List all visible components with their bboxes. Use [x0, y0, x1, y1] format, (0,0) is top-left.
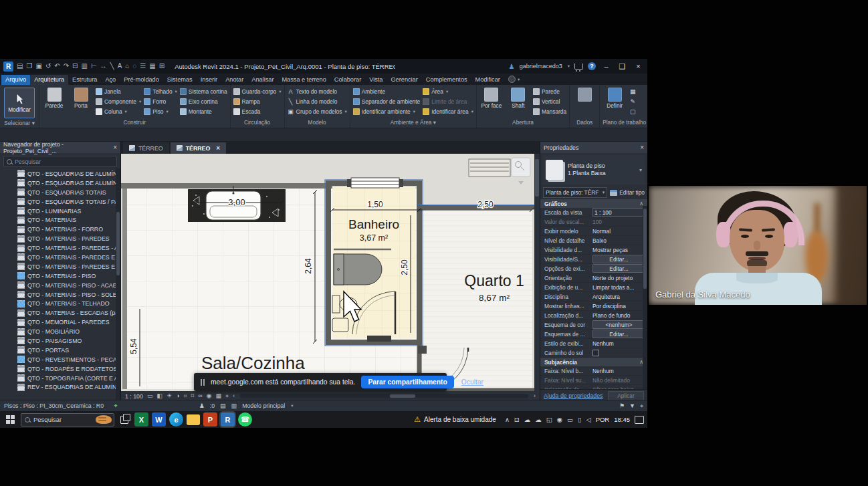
property-row-disciplina[interactable]: DisciplinaArquitetura — [540, 292, 647, 301]
ribbon-button-ambiente[interactable]: Ambiente — [353, 86, 421, 96]
design-options-icon[interactable]: ▥ — [231, 403, 237, 409]
filter-icon[interactable]: ▼ — [629, 403, 635, 409]
menu-tab-vista[interactable]: Vista — [365, 75, 387, 85]
stop-sharing-button[interactable]: Parar compartilhamento — [361, 376, 453, 388]
room-label-banheiro[interactable]: Banheiro — [348, 217, 399, 231]
worksharing-display-icon[interactable]: ▦ — [215, 393, 221, 399]
ribbon-button-separador-de-ambiente[interactable]: Separador de ambiente — [353, 96, 421, 106]
temporary-hide-icon[interactable]: ∞ — [198, 393, 202, 399]
menu-tab-anotar[interactable]: Anotar — [221, 75, 247, 85]
properties-section-subjac-ncia[interactable]: Subjacência∧ — [540, 358, 647, 366]
ribbon-button-componente[interactable]: Componente▾ — [96, 96, 141, 106]
edit-type-button[interactable]: Editar tipo — [610, 189, 645, 196]
drawing-canvas[interactable]: 3,00 1,50 2,50 2,64 2,50 5,54 Banheiro 3… — [121, 154, 540, 391]
ribbon-button-mansarda[interactable]: Mansarda — [533, 106, 566, 116]
property-row-estilo-de-exibi[interactable]: Estilo de exibi...Nenhum — [540, 339, 647, 348]
taskbar-app-word[interactable]: W — [152, 412, 166, 427]
export-icon[interactable]: ▥ — [81, 63, 87, 70]
menu-tab-inserir[interactable]: Inserir — [197, 75, 222, 85]
panel-label-selecionar[interactable]: Selecionar ▾ — [0, 120, 39, 128]
ribbon-button-vertical[interactable]: Vertical — [533, 96, 566, 106]
help-icon[interactable]: ? — [588, 62, 596, 70]
property-edit-button[interactable]: Editar... — [592, 255, 645, 263]
worksets-dialog-icon[interactable]: ▤ — [220, 403, 226, 409]
browser-item-qto-portas[interactable]: QTO - PORTAS — [17, 346, 120, 355]
ribbon-button-identificar-ambiente[interactable]: Identificar ambiente▾ — [353, 106, 421, 116]
browser-item-qto-materiais[interactable]: QTO - MATERIAIS — [17, 215, 120, 225]
editable-only-icon[interactable]: ⚑ — [619, 403, 625, 409]
banheiro-window[interactable] — [347, 178, 403, 188]
teams-icon[interactable]: ⊡ — [514, 416, 520, 423]
volume-icon[interactable]: ◁ — [586, 416, 590, 423]
show-crop-icon[interactable]: ⌑ — [191, 393, 195, 399]
schedules-icon[interactable]: ▦ — [149, 63, 155, 70]
sync-with-central-icon[interactable]: ↺ — [45, 63, 51, 70]
ribbon-button-identificar-rea[interactable]: Identificar área▾ — [423, 106, 473, 116]
select-icon[interactable]: ⌖ — [640, 403, 643, 409]
property-row-faixa-n-vel-su[interactable]: Faixa: Nível su...Não delimitado — [540, 376, 647, 385]
render-icon[interactable]: ◌ — [132, 63, 136, 70]
ribbon-button-montante[interactable]: Montante — [180, 106, 227, 116]
taskbar-app-revit[interactable]: R — [221, 412, 235, 427]
browser-item-qto-revestimentos-pecas[interactable]: QTO - REVESTIMENTOS - PECAS — [17, 355, 120, 364]
ribbon-button-data-grid-icon[interactable] — [572, 86, 596, 119]
property-row-visibilidade-d[interactable]: Visibilidade d...Mostrar peças — [540, 245, 647, 255]
reveal-hidden-icon[interactable]: ◉ — [207, 393, 212, 399]
menu-tab-pr-moldado[interactable]: Pré-moldado — [120, 75, 163, 85]
view-tab-t-rreo-1[interactable]: TÉRREO× — [171, 142, 227, 154]
menu-tab-gerenciar[interactable]: Gerenciar — [387, 75, 421, 85]
ribbon-button-rampa[interactable]: Rampa — [233, 96, 282, 106]
aligned-dimension-icon[interactable]: ↔ — [100, 63, 107, 70]
weather-cloud-icon[interactable]: ☁ — [535, 416, 542, 423]
property-edit-button[interactable]: Editar... — [592, 264, 645, 273]
shadows-icon[interactable]: ◑ — [176, 393, 179, 399]
ribbon-button-viewer-icon[interactable]: ▢ — [629, 106, 636, 116]
properties-close-icon[interactable]: × — [640, 144, 644, 151]
restore-button[interactable]: ❑ — [617, 62, 628, 71]
browser-item-qto-materiais-paredes[interactable]: QTO - MATERIAIS - PAREDES — [17, 234, 120, 243]
dim-banheiro-height[interactable]: 2,50 — [400, 259, 409, 275]
modify-button[interactable]: Modificar — [4, 88, 35, 118]
browser-item-qto-paisagismo[interactable]: QTO - PAISAGISMO — [17, 336, 120, 346]
view-tab-t-rreo-0[interactable]: TÉRREO — [123, 142, 169, 154]
language-indicator[interactable]: POR — [596, 416, 610, 423]
scroll-right-icon[interactable]: › — [534, 393, 536, 399]
properties-help-link[interactable]: Ajuda de propriedades — [544, 392, 603, 399]
browser-item-qto-topografia-corte-e-ate[interactable]: QTO - TOPOGRAFIA (CORTE E ATE — [17, 374, 120, 383]
store-cart-icon[interactable] — [574, 64, 583, 70]
menu-tab-sistemas[interactable]: Sistemas — [163, 75, 197, 85]
active-design-option[interactable]: Modelo principal — [242, 402, 285, 409]
ribbon-button-forro[interactable]: Forro — [144, 96, 177, 106]
detail-line-icon[interactable]: ╲ — [110, 63, 114, 70]
browser-item-qto-materiais-paredes-e-pis[interactable]: QTO - MATERIAIS - PAREDES E PIS — [17, 253, 120, 262]
menu-tab-massa-e-terreno[interactable]: Massa e terreno — [278, 75, 330, 85]
browser-item-qto-materias-escadas-pa[interactable]: QTO - MATERIAS - ESCADAS (pa — [17, 308, 120, 318]
scroll-left-icon[interactable]: ‹ — [233, 393, 235, 399]
undo-icon[interactable]: ↶ — [54, 63, 60, 70]
taskbar-search-input[interactable]: Pesquisar — [21, 413, 114, 427]
ribbon-button-linha-do-modelo[interactable]: ╲Linha do modelo — [288, 96, 347, 106]
menu-tab-complementos[interactable]: Complementos — [422, 75, 471, 85]
property-row-exibir-modelo[interactable]: Exibir modeloNormal — [540, 227, 647, 236]
dim-sala-height[interactable]: 5,54 — [129, 338, 138, 354]
ribbon-button-show-work-plane-icon[interactable]: ▦ — [629, 86, 636, 96]
property-value-input[interactable]: 1 : 100 — [592, 208, 645, 217]
property-row-orienta-o[interactable]: OrientaçãoNorte do projeto — [540, 273, 647, 283]
browser-item-qto-rodap-s-e-rodatetos-s[interactable]: QTO - RODAPÉS E RODATETOS (s — [17, 364, 120, 374]
dim-kitchen[interactable]: 3,00 — [228, 197, 245, 207]
quarto-top-element[interactable] — [469, 159, 510, 176]
ribbon-button-porta[interactable]: Porta — [69, 86, 93, 119]
close-tab-icon[interactable]: × — [216, 144, 220, 152]
ribbon-button-telhado[interactable]: Telhado▾ — [144, 86, 177, 96]
browser-item-qto-materiais-piso-soleir[interactable]: QTO - MATERIAIS - PISO - SOLEIR — [17, 290, 120, 299]
requests-icon[interactable]: ♟ — [199, 403, 205, 409]
room-label-quarto[interactable]: Quarto 1 — [464, 272, 524, 289]
ribbon-button-texto-do-modelo[interactable]: ATexto do modelo — [288, 86, 347, 96]
property-row-exibi-o-de-u[interactable]: Exibição de u...Limpar todas a... — [540, 283, 647, 292]
dim-banheiro-width[interactable]: 1,50 — [367, 200, 383, 209]
property-row-valor-de-escal[interactable]: Valor de escal...100 — [540, 217, 647, 227]
ribbon-button-definir[interactable]: Definir — [603, 86, 627, 119]
wall-top[interactable] — [121, 183, 332, 189]
view-scale[interactable]: 1 : 100 — [125, 393, 143, 400]
property-row-op-es-de-exi[interactable]: Opções de exi...Editar... — [540, 264, 647, 273]
